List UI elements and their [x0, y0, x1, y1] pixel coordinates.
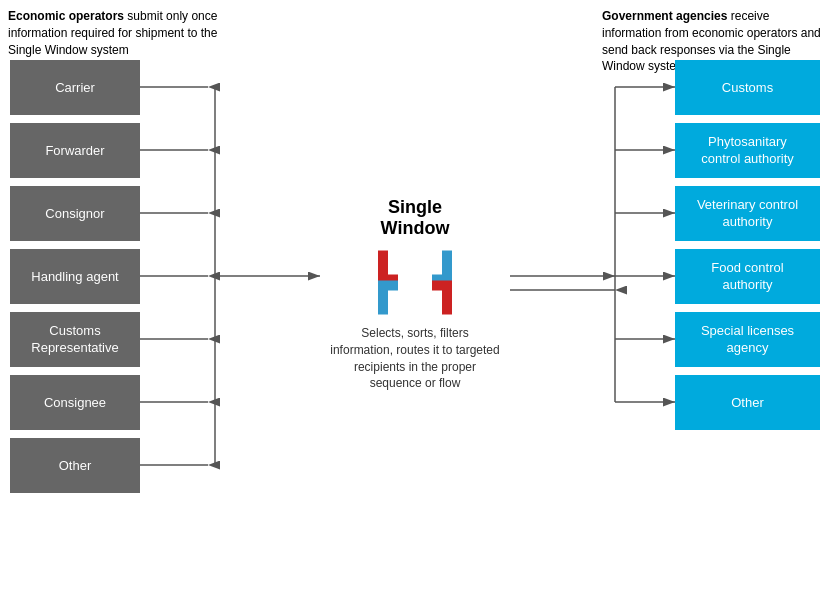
left-boxes-container: Carrier Forwarder Consignor Handling age… — [10, 60, 140, 493]
center-description: Selects, sorts, filters information, rou… — [330, 325, 500, 392]
header-left-bold: Economic operators — [8, 9, 124, 23]
right-box-food: Food controlauthority — [675, 249, 820, 304]
left-box-customs-rep: CustomsRepresentative — [10, 312, 140, 367]
left-box-consignee: Consignee — [10, 375, 140, 430]
left-box-other: Other — [10, 438, 140, 493]
left-box-forwarder: Forwarder — [10, 123, 140, 178]
left-box-consignor: Consignor — [10, 186, 140, 241]
right-box-veterinary: Veterinary controlauthority — [675, 186, 820, 241]
header-right-bold: Government agencies — [602, 9, 727, 23]
center-title: SingleWindow — [381, 197, 450, 239]
right-box-customs: Customs — [675, 60, 820, 115]
single-window-logo — [375, 247, 455, 317]
left-box-carrier: Carrier — [10, 60, 140, 115]
right-box-special-licenses: Special licensesagency — [675, 312, 820, 367]
left-box-handling-agent: Handling agent — [10, 249, 140, 304]
center-area: SingleWindow Selects, sorts, filters inf… — [330, 197, 500, 392]
right-box-phytosanitary: Phytosanitarycontrol authority — [675, 123, 820, 178]
header-left: Economic operators submit only once info… — [8, 8, 228, 58]
right-boxes-container: Customs Phytosanitarycontrol authority V… — [675, 60, 820, 430]
right-box-other: Other — [675, 375, 820, 430]
